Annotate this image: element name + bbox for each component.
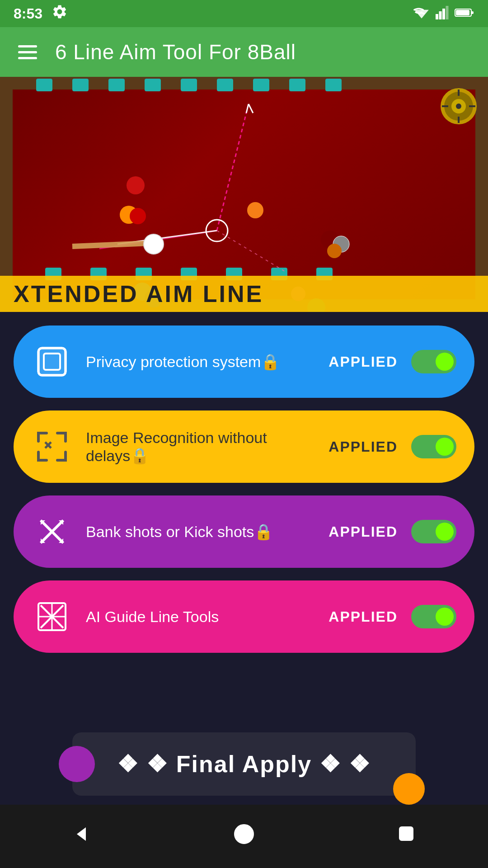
target-reticle-icon xyxy=(438,86,479,127)
svg-line-12 xyxy=(72,243,149,246)
privacy-protection-card[interactable]: Privacy protection system🔒 APPLIED xyxy=(14,326,474,398)
guideline-toggle[interactable] xyxy=(411,605,456,628)
privacy-status: APPLIED xyxy=(328,354,398,370)
svg-point-31 xyxy=(456,104,461,109)
final-apply-button[interactable]: ❖ ❖ Final Apply ❖ ❖ xyxy=(99,750,389,778)
recognition-label: Image Recognition without delays🔒 xyxy=(86,429,315,465)
home-button[interactable] xyxy=(226,816,262,852)
svg-rect-4 xyxy=(446,6,449,19)
battery-icon xyxy=(455,6,474,21)
svg-point-17 xyxy=(127,176,145,194)
svg-line-16 xyxy=(249,104,253,113)
final-apply-container: ❖ ❖ Final Apply ❖ ❖ xyxy=(72,732,416,796)
svg-line-10 xyxy=(217,231,285,271)
svg-rect-1 xyxy=(436,14,438,19)
svg-rect-6 xyxy=(456,10,469,15)
svg-rect-38 xyxy=(38,348,66,375)
app-bar: 6 Line Aim Tool For 8Ball xyxy=(0,27,488,77)
wifi-icon xyxy=(413,6,430,21)
svg-point-13 xyxy=(144,234,164,254)
app-title: 6 Line Aim Tool For 8Ball xyxy=(55,40,296,64)
guideline-status: APPLIED xyxy=(328,609,398,625)
feature-cards-container: Privacy protection system🔒 APPLIED Image… xyxy=(0,312,488,743)
bankshots-toggle[interactable] xyxy=(411,520,456,543)
svg-rect-3 xyxy=(442,9,445,19)
final-apply-background: ❖ ❖ Final Apply ❖ ❖ xyxy=(72,732,416,796)
guideline-label: AI Guide Line Tools xyxy=(86,608,315,626)
bankshots-label: Bank shots or Kick shots🔒 xyxy=(86,523,315,541)
back-button[interactable] xyxy=(63,816,99,852)
settings-icon xyxy=(52,4,68,24)
privacy-toggle[interactable] xyxy=(411,350,456,373)
svg-marker-52 xyxy=(77,827,86,841)
navigation-bar xyxy=(0,805,488,868)
svg-point-24 xyxy=(327,244,342,258)
recognition-status: APPLIED xyxy=(328,439,398,455)
time-display: 8:53 xyxy=(14,5,42,22)
deco-circle-left xyxy=(59,746,95,782)
bank-shots-card[interactable]: Bank shots or Kick shots🔒 APPLIED xyxy=(14,495,474,568)
deco-circle-right xyxy=(393,773,425,805)
aim-line-overlay-text: XTENDED AIM LINE xyxy=(0,276,488,312)
guideline-icon xyxy=(32,596,72,637)
privacy-icon xyxy=(32,341,72,382)
svg-point-27 xyxy=(247,202,263,218)
svg-line-8 xyxy=(217,104,249,231)
svg-rect-7 xyxy=(471,11,474,14)
image-recognition-card[interactable]: Image Recognition without delays🔒 APPLIE… xyxy=(14,410,474,483)
svg-line-15 xyxy=(246,104,249,113)
bankshots-icon xyxy=(32,511,72,552)
signal-icon xyxy=(436,6,449,21)
recognition-icon xyxy=(32,426,72,467)
recent-apps-button[interactable] xyxy=(389,816,425,852)
menu-button[interactable] xyxy=(18,45,37,59)
svg-point-19 xyxy=(130,208,146,224)
hero-image: XTENDED AIM LINE xyxy=(0,77,488,312)
ai-guideline-card[interactable]: AI Guide Line Tools APPLIED xyxy=(14,580,474,653)
svg-rect-2 xyxy=(439,11,442,19)
status-bar: 8:53 xyxy=(0,0,488,27)
svg-marker-0 xyxy=(414,10,429,19)
recognition-toggle[interactable] xyxy=(411,435,456,458)
svg-rect-54 xyxy=(400,827,413,840)
bankshots-status: APPLIED xyxy=(328,524,398,540)
svg-point-53 xyxy=(235,825,253,843)
privacy-label: Privacy protection system🔒 xyxy=(86,353,315,371)
